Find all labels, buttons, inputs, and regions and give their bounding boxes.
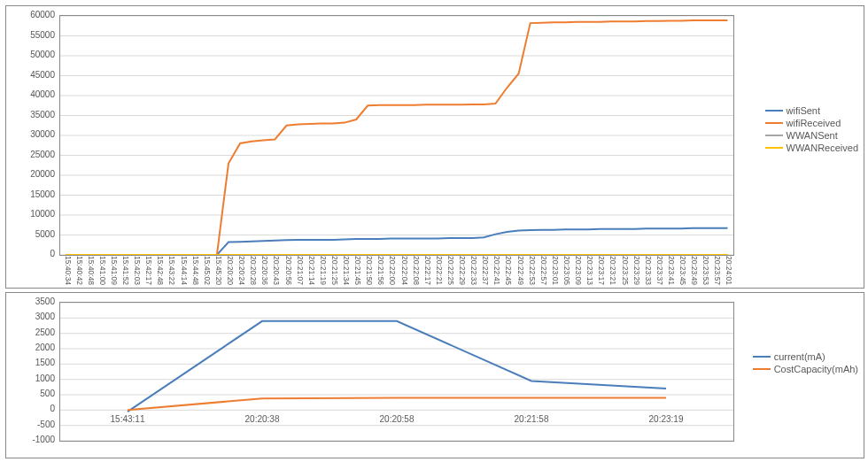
legend-swatch xyxy=(765,110,783,112)
svg-text:20:22:33: 20:22:33 xyxy=(469,256,478,285)
svg-text:55000: 55000 xyxy=(30,30,55,40)
chart2-y-axis: -1000-5000500100015002000250030003500 xyxy=(6,293,59,449)
svg-text:15:43:11: 15:43:11 xyxy=(111,414,145,424)
svg-text:20:23:05: 20:23:05 xyxy=(562,256,571,285)
svg-text:30000: 30000 xyxy=(30,129,55,139)
svg-text:20:21:19: 20:21:19 xyxy=(319,256,328,285)
legend-label: CostCapacity(mAh) xyxy=(774,364,858,374)
legend-label: WWANSent xyxy=(787,130,838,141)
svg-text:15:42:03: 15:42:03 xyxy=(133,256,142,285)
legend-item-wifisent: wifiSent xyxy=(765,105,859,116)
svg-text:15:45:02: 15:45:02 xyxy=(203,256,212,285)
svg-text:20:22:45: 20:22:45 xyxy=(504,256,513,285)
svg-text:20:23:29: 20:23:29 xyxy=(632,256,641,285)
svg-text:20:20:38: 20:20:38 xyxy=(245,414,280,424)
svg-text:20:21:58: 20:21:58 xyxy=(515,414,549,424)
svg-text:20:22:17: 20:22:17 xyxy=(423,256,432,285)
svg-text:20:20:20: 20:20:20 xyxy=(226,256,235,285)
svg-text:60000: 60000 xyxy=(30,10,55,19)
svg-text:20:23:13: 20:23:13 xyxy=(585,256,594,285)
svg-text:20:20:28: 20:20:28 xyxy=(249,256,258,285)
svg-text:3500: 3500 xyxy=(35,296,56,306)
svg-text:15:41:00: 15:41:00 xyxy=(98,256,107,285)
svg-text:15:45:20: 15:45:20 xyxy=(214,256,223,285)
svg-text:15000: 15000 xyxy=(30,189,55,199)
svg-text:15:42:17: 15:42:17 xyxy=(144,256,153,285)
svg-text:15:44:14: 15:44:14 xyxy=(180,256,189,285)
svg-text:5000: 5000 xyxy=(35,229,56,239)
svg-text:45000: 45000 xyxy=(30,70,55,80)
legend-item-wifireceived: wifiReceived xyxy=(765,118,859,128)
svg-text:20:23:09: 20:23:09 xyxy=(574,256,583,285)
svg-text:20:21:34: 20:21:34 xyxy=(342,256,351,285)
chart2-svg: 15:43:1120:20:3820:20:5820:21:5820:23:19 xyxy=(60,303,733,441)
svg-text:20:23:21: 20:23:21 xyxy=(608,256,617,285)
svg-text:20:23:19: 20:23:19 xyxy=(649,414,684,424)
svg-text:20:20:36: 20:20:36 xyxy=(260,256,269,285)
svg-text:-500: -500 xyxy=(37,420,55,429)
svg-text:25000: 25000 xyxy=(30,150,55,159)
svg-text:20:22:25: 20:22:25 xyxy=(446,256,455,285)
chart2-plot-area: 15:43:1120:20:3820:20:5820:21:5820:23:19 xyxy=(59,302,734,442)
svg-text:20:23:37: 20:23:37 xyxy=(655,256,664,285)
chart2-legend: current(mA) CostCapacity(mAh) xyxy=(753,350,858,376)
svg-text:20:22:00: 20:22:00 xyxy=(388,256,397,285)
svg-text:20:21:56: 20:21:56 xyxy=(376,256,385,285)
svg-text:15:42:48: 15:42:48 xyxy=(156,256,165,285)
svg-text:20:23:01: 20:23:01 xyxy=(551,256,560,285)
svg-text:20:23:17: 20:23:17 xyxy=(597,256,606,285)
svg-text:20:23:33: 20:23:33 xyxy=(644,256,653,285)
current-capacity-chart: 15:43:1120:20:3820:20:5820:21:5820:23:19… xyxy=(5,292,864,458)
svg-text:35000: 35000 xyxy=(30,110,55,119)
svg-text:20:22:04: 20:22:04 xyxy=(400,256,409,285)
svg-text:40000: 40000 xyxy=(30,89,55,99)
legend-label: current(mA) xyxy=(774,351,825,362)
legend-swatch xyxy=(765,135,783,136)
svg-text:20:21:14: 20:21:14 xyxy=(307,256,316,285)
chart1-y-axis: 0500010000150002000025000300003500040000… xyxy=(6,6,59,263)
svg-text:20:20:24: 20:20:24 xyxy=(237,256,246,285)
svg-text:20:23:57: 20:23:57 xyxy=(713,256,722,285)
svg-text:1000: 1000 xyxy=(35,373,56,383)
legend-swatch xyxy=(753,368,771,370)
svg-text:20:20:56: 20:20:56 xyxy=(284,256,293,285)
svg-text:15:44:48: 15:44:48 xyxy=(191,256,200,285)
chart1-legend: wifiSent wifiReceived WWANSent WWANRecei… xyxy=(765,104,859,155)
svg-text:20:24:01: 20:24:01 xyxy=(725,256,733,285)
legend-item-current: current(mA) xyxy=(753,351,858,362)
svg-text:15:40:34: 15:40:34 xyxy=(64,256,73,285)
legend-item-wwansent: WWANSent xyxy=(765,130,859,141)
svg-text:20:23:25: 20:23:25 xyxy=(621,256,630,285)
network-traffic-chart: 0500010000150002000025000300003500040000… xyxy=(5,5,864,289)
svg-text:20:22:49: 20:22:49 xyxy=(516,256,525,285)
svg-text:20:23:41: 20:23:41 xyxy=(667,256,676,285)
svg-text:20:22:21: 20:22:21 xyxy=(435,256,444,285)
svg-text:20:21:45: 20:21:45 xyxy=(353,256,362,285)
svg-text:50000: 50000 xyxy=(30,50,55,59)
svg-text:1500: 1500 xyxy=(35,358,56,367)
svg-text:15:40:48: 15:40:48 xyxy=(87,256,96,285)
legend-label: wifiSent xyxy=(787,105,821,116)
svg-text:0: 0 xyxy=(50,404,55,413)
legend-swatch xyxy=(753,356,771,358)
svg-text:-1000: -1000 xyxy=(32,435,55,444)
svg-text:20:22:53: 20:22:53 xyxy=(528,256,537,285)
legend-item-wwanreceived: WWANReceived xyxy=(765,142,859,153)
svg-text:20:21:50: 20:21:50 xyxy=(365,256,374,285)
svg-text:20:22:29: 20:22:29 xyxy=(458,256,467,285)
legend-swatch xyxy=(765,122,783,124)
legend-item-costcapacity: CostCapacity(mAh) xyxy=(753,364,858,374)
svg-text:2500: 2500 xyxy=(35,327,56,337)
svg-text:500: 500 xyxy=(40,389,55,398)
svg-text:2000: 2000 xyxy=(35,343,56,352)
svg-text:20:21:07: 20:21:07 xyxy=(296,256,305,285)
svg-text:15:41:09: 15:41:09 xyxy=(110,256,119,285)
svg-text:20000: 20000 xyxy=(30,169,55,179)
legend-label: wifiReceived xyxy=(787,118,841,128)
svg-text:20:22:41: 20:22:41 xyxy=(492,256,501,285)
chart1-svg xyxy=(60,16,733,255)
svg-text:15:40:42: 15:40:42 xyxy=(75,256,84,285)
svg-text:20:20:58: 20:20:58 xyxy=(380,414,415,424)
svg-text:15:43:22: 15:43:22 xyxy=(167,256,176,285)
chart1-plot-area xyxy=(59,15,734,256)
